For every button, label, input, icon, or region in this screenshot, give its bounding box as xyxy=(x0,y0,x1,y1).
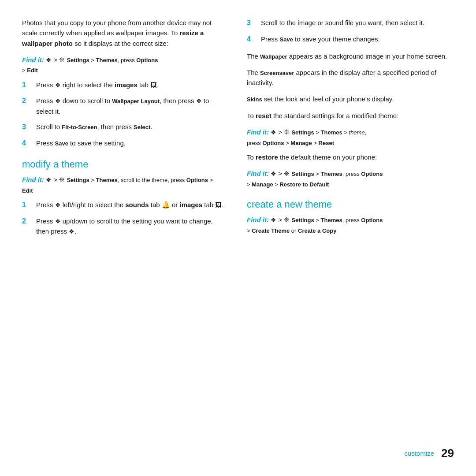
num-1-1: 1 xyxy=(22,80,29,91)
resize-bold: resize a wallpaper photo xyxy=(22,29,204,47)
steps-list-1: 1 Press ❖ right to select the images tab… xyxy=(22,80,225,149)
footer-page: 29 xyxy=(441,446,454,460)
content-2-1: Press ❖ left/right to select the sounds … xyxy=(36,200,224,211)
section-create: create a new theme xyxy=(247,199,454,210)
nav-arrow-reset: ❖ xyxy=(271,128,276,138)
screensaver-label: Screensaver xyxy=(260,70,294,76)
theme-italic: theme xyxy=(349,129,365,136)
wallpaper-label: Wallpaper xyxy=(260,53,287,60)
wallpaper-layout: Wallpaper Layout xyxy=(112,98,160,104)
save-btn-2: Save xyxy=(280,36,293,43)
step-2-1: 1 Press ❖ left/right to select the sound… xyxy=(22,200,225,211)
content-1-4: Press Save to save the setting. xyxy=(36,138,126,149)
num-2-2: 2 xyxy=(22,216,29,237)
nav-arrow-2: ❖ xyxy=(46,175,52,185)
footer: customize 29 xyxy=(405,446,454,460)
settings-icon-reset: ❊ xyxy=(284,127,290,137)
reset-para: To reset the standard settings for a mod… xyxy=(247,111,454,121)
settings-icon-create: ❊ xyxy=(284,215,290,225)
settings-icon-2: ❊ xyxy=(59,175,65,185)
step-r-3: 3 Scroll to the image or sound file you … xyxy=(247,18,454,29)
save-btn-1: Save xyxy=(55,140,68,147)
right-column: 3 Scroll to the image or sound file you … xyxy=(238,18,454,458)
reset-bold: reset xyxy=(256,112,271,119)
images-bold-2: images xyxy=(179,201,202,208)
content-2-2: Press ❖ up/down to scroll to the setting… xyxy=(36,216,225,237)
nav-arrow-create: ❖ xyxy=(271,216,276,225)
footer-label: customize xyxy=(405,450,435,457)
step-1-1: 1 Press ❖ right to select the images tab… xyxy=(22,80,225,91)
images-bold: images xyxy=(115,81,138,89)
content-r-3: Scroll to the image or sound file you wa… xyxy=(261,18,424,29)
find-it-create: Find it: ❖ > ❊ Settings > Themes, press … xyxy=(247,215,454,235)
settings-icon-restore: ❊ xyxy=(284,168,290,178)
nav-arrow-1: ❖ xyxy=(46,56,52,65)
num-r-4: 4 xyxy=(247,34,254,45)
nav-arrow-s2: ❖ xyxy=(55,97,61,106)
content-1-3: Scroll to Fit-to-Screen, then press Sele… xyxy=(36,122,152,133)
find-it-reset: Find it: ❖ > ❊ Settings > Themes > theme… xyxy=(247,127,454,148)
nav-settings-1: Settings > Themes, press Options xyxy=(67,57,158,63)
find-it-restore: Find it: ❖ > ❊ Settings > Themes, press … xyxy=(247,168,454,189)
nav-arrow-s3: ❖ xyxy=(55,201,61,210)
nav-arrow-restore: ❖ xyxy=(271,169,276,179)
nav-arrow-s4b: ❖ xyxy=(69,227,74,237)
left-column: Photos that you copy to your phone from … xyxy=(22,18,238,458)
section-modify: modify a theme xyxy=(22,159,225,170)
intro-paragraph: Photos that you copy to your phone from … xyxy=(22,18,225,48)
select-btn: Select xyxy=(134,124,150,130)
fit-to-screen: Fit-to-Screen xyxy=(62,124,97,130)
gt-reset: > xyxy=(278,128,284,136)
nav-arrow-s2b: ❖ xyxy=(196,97,202,106)
gt-create: > xyxy=(278,216,284,223)
step-2-2: 2 Press ❖ up/down to scroll to the setti… xyxy=(22,216,225,237)
step-1-3: 3 Scroll to Fit-to-Screen, then press Se… xyxy=(22,122,225,133)
find-it-label-1: Find it: xyxy=(22,56,44,63)
find-it-label-create: Find it: xyxy=(247,216,269,223)
find-it-label-restore: Find it: xyxy=(247,170,269,177)
num-1-4: 4 xyxy=(22,138,29,149)
steps-list-2: 1 Press ❖ left/right to select the sound… xyxy=(22,200,225,237)
find-it-label-reset: Find it: xyxy=(247,128,269,136)
find-it-2: Find it: ❖ > ❊ Settings > Themes, scroll… xyxy=(22,175,225,195)
skins-label: Skins xyxy=(247,96,262,103)
nav-arrow-s4: ❖ xyxy=(55,217,61,227)
content-1-2: Press ❖ down to scroll to Wallpaper Layo… xyxy=(36,96,225,116)
gt-restore: > xyxy=(278,170,284,177)
nav-edit-1: > Edit xyxy=(22,67,38,74)
step-1-4: 4 Press Save to save the setting. xyxy=(22,138,225,149)
wallpaper-para: The Wallpaper appears as a background im… xyxy=(247,51,454,61)
find-it-label-2: Find it: xyxy=(22,176,44,183)
screensaver-para: The Screensaver appears in the display a… xyxy=(247,67,454,88)
sounds-bold: sounds xyxy=(125,201,149,208)
gt-1: > xyxy=(53,56,59,63)
find-it-1: Find it: ❖ > ❊ Settings > Themes, press … xyxy=(22,55,225,75)
gt-2: > xyxy=(53,176,59,183)
steps-list-3: 3 Scroll to the image or sound file you … xyxy=(247,18,454,45)
num-2-1: 1 xyxy=(22,200,29,211)
restore-para: To restore the default theme on your pho… xyxy=(247,152,454,162)
settings-icon-1: ❊ xyxy=(59,55,65,65)
nav-arrow-s1: ❖ xyxy=(55,81,61,90)
restore-bold: restore xyxy=(256,153,278,161)
num-r-3: 3 xyxy=(247,18,254,29)
step-1-2: 2 Press ❖ down to scroll to Wallpaper La… xyxy=(22,96,225,116)
num-1-3: 3 xyxy=(22,122,29,133)
content-1-1: Press ❖ right to select the images tab 🖼… xyxy=(36,80,159,91)
content-r-4: Press Save to save your theme changes. xyxy=(261,34,380,45)
num-1-2: 2 xyxy=(22,96,29,116)
skins-para: Skins set the look and feel of your phon… xyxy=(247,94,454,104)
step-r-4: 4 Press Save to save your theme changes. xyxy=(247,34,454,45)
